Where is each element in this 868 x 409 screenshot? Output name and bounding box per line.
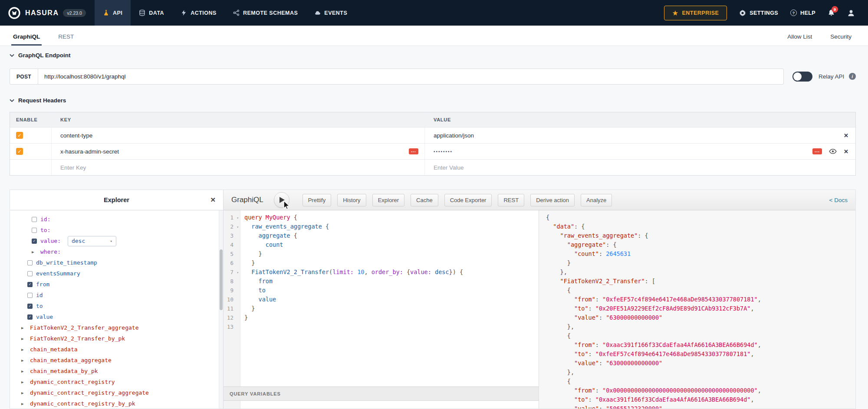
caret-right-icon[interactable]: ▶ (21, 380, 26, 384)
caret-right-icon[interactable]: ▶ (21, 369, 26, 373)
response-panel: { "data": { "raw_events_aggregate": { "a… (539, 210, 855, 409)
fold-icon[interactable]: ▾ (237, 268, 239, 277)
request-headers-section-header[interactable]: Request Headers (10, 97, 66, 104)
relay-api-toggle[interactable] (792, 72, 812, 82)
explorer-item-chain_metadata_aggregate[interactable]: ▶chain_metadata_aggregate (10, 355, 219, 366)
user-menu-button[interactable] (847, 9, 855, 17)
explorer-item-label: to (36, 303, 43, 309)
caret-right-icon[interactable]: ▶ (21, 402, 26, 406)
fold-icon[interactable]: ▾ (237, 222, 239, 232)
response-line: "data": { (546, 222, 855, 231)
derive-action-button[interactable]: Derive action (530, 194, 575, 206)
tab-graphiql[interactable]: GraphiQL (11, 33, 42, 46)
explorer-item-value[interactable]: ✓value:desc▾ (10, 236, 219, 246)
explorer-item-label: chain_metadata_aggregate (30, 357, 112, 363)
header-key[interactable]: content-type (60, 132, 92, 139)
caret-right-icon[interactable]: ▶ (21, 337, 26, 341)
history-button[interactable]: History (337, 194, 366, 206)
explorer-checkbox[interactable] (32, 228, 37, 233)
explorer-item-to[interactable]: to: (10, 225, 219, 236)
header-enable-checkbox[interactable]: ✓ (16, 132, 23, 139)
remove-header-button[interactable]: ✕ (844, 149, 848, 154)
code-exporter-button[interactable]: Code Exporter (444, 194, 492, 206)
rest-button[interactable]: REST (498, 194, 524, 206)
explorer-item-label: dynamic_contract_registry_by_pk (30, 400, 135, 407)
execute-query-button[interactable] (274, 192, 289, 208)
lightning-icon (181, 10, 187, 16)
eye-icon[interactable] (829, 147, 837, 155)
explorer-checkbox[interactable]: ✓ (27, 314, 33, 320)
query-variables-bar[interactable]: QUERY VARIABLES (224, 386, 539, 401)
endpoint-bar: POST http://localhost:8080/v1/graphql (10, 69, 784, 85)
help-button[interactable]: ? HELP (790, 10, 815, 16)
remove-header-button[interactable]: ✕ (844, 133, 848, 138)
allow-list-link[interactable]: Allow List (787, 33, 812, 40)
explorer-item-id[interactable]: id: (10, 214, 219, 225)
new-header-value-input[interactable]: Enter Value (434, 164, 464, 171)
header-value[interactable]: application/json (434, 132, 474, 139)
prettify-button[interactable]: Prettify (302, 194, 331, 206)
explorer-checkbox[interactable]: ✓ (27, 304, 33, 309)
explorer-scrollbar[interactable] (219, 210, 223, 409)
order-direction-select[interactable]: desc▾ (68, 236, 116, 246)
explorer-item-label: chain_metadata_by_pk (30, 368, 98, 374)
fold-icon[interactable]: ▾ (237, 213, 239, 222)
explorer-item-chain_metadata_by_pk[interactable]: ▶chain_metadata_by_pk (10, 366, 219, 376)
explorer-item-id[interactable]: id (10, 290, 219, 301)
info-icon[interactable]: i (849, 73, 856, 80)
explorer-checkbox[interactable]: ✓ (27, 282, 33, 287)
explorer-checkbox[interactable]: ✓ (32, 239, 37, 244)
explorer-item-where[interactable]: ▶where: (10, 246, 219, 257)
explorer-tree[interactable]: id:to:✓value:desc▾▶where:db_write_timest… (10, 210, 219, 409)
explorer-item-chain_metadata[interactable]: ▶chain_metadata (10, 344, 219, 355)
code-line: FiatTokenV2_2_Transfer(limit: 10, order_… (244, 268, 539, 277)
response-line: "to": "0xaac391f166f33CdaEfaa4AfA6616A3B… (546, 395, 855, 404)
scrollbar-thumb[interactable] (220, 249, 223, 310)
header-key[interactable]: x-hasura-admin-secret (60, 148, 119, 155)
nav-item-remote-schemas[interactable]: REMOTE SCHEMAS (225, 0, 306, 26)
explorer-item-db_write_timestamp[interactable]: db_write_timestamp (10, 257, 219, 268)
header-enable-checkbox[interactable]: ✓ (16, 148, 23, 155)
explorer-item-dynamic_contract_registry[interactable]: ▶dynamic_contract_registry (10, 376, 219, 387)
nav-item-api[interactable]: API (95, 0, 131, 26)
explorer-item-value[interactable]: ✓value (10, 311, 219, 322)
endpoint-section-header[interactable]: GraphQL Endpoint (10, 52, 71, 59)
explorer-checkbox[interactable] (27, 271, 33, 276)
explorer-item-FiatTokenV2_2_Transfer_aggregate[interactable]: ▶FiatTokenV2_2_Transfer_aggregate (10, 322, 219, 333)
cache-button[interactable]: Cache (411, 194, 438, 206)
header-value-masked[interactable]: •••••••• (434, 149, 453, 154)
enterprise-button[interactable]: ★ ENTERPRISE (664, 6, 727, 20)
security-link[interactable]: Security (830, 33, 852, 40)
caret-right-icon[interactable]: ▶ (21, 391, 26, 395)
caret-right-icon[interactable]: ▶ (21, 347, 26, 352)
graphql-endpoint-url[interactable]: http://localhost:8080/v1/graphql (38, 69, 783, 84)
nav-item-events[interactable]: EVENTS (306, 0, 355, 26)
explorer-item-to[interactable]: ✓to (10, 301, 219, 311)
explorer-item-FiatTokenV2_2_Transfer_by_pk[interactable]: ▶FiatTokenV2_2_Transfer_by_pk (10, 333, 219, 344)
nav-item-data[interactable]: DATA (131, 0, 172, 26)
close-icon[interactable]: ✕ (210, 196, 216, 204)
explorer-checkbox[interactable] (27, 293, 33, 298)
brand[interactable]: HASURA v2.23.0 (0, 0, 95, 26)
caret-right-icon[interactable]: ▶ (21, 326, 26, 330)
code-line: from (244, 277, 539, 286)
nav-item-actions[interactable]: ACTIONS (172, 0, 225, 26)
explorer-checkbox[interactable] (32, 217, 37, 222)
explorer-checkbox[interactable] (27, 260, 33, 265)
user-icon (847, 9, 855, 17)
line-number: 1▾ (224, 213, 240, 222)
analyze-button[interactable]: Analyze (581, 194, 612, 206)
settings-button[interactable]: SETTINGS (739, 10, 778, 16)
caret-right-icon[interactable]: ▶ (32, 250, 37, 254)
docs-link[interactable]: < Docs (829, 197, 848, 203)
explorer-item-dynamic_contract_registry_by_pk[interactable]: ▶dynamic_contract_registry_by_pk (10, 398, 219, 409)
tab-rest[interactable]: REST (56, 33, 76, 46)
explorer-item-from[interactable]: ✓from (10, 279, 219, 290)
explorer-item-eventsSummary[interactable]: eventsSummary (10, 268, 219, 279)
explorer-button[interactable]: Explorer (372, 194, 404, 206)
new-header-key-input[interactable]: Enter Key (60, 164, 86, 171)
caret-right-icon[interactable]: ▶ (21, 358, 26, 363)
explorer-item-dynamic_contract_registry_aggregate[interactable]: ▶dynamic_contract_registry_aggregate (10, 387, 219, 398)
notifications-button[interactable]: 9 (828, 9, 835, 16)
query-editor[interactable]: 1▾2▾34567▾8910111213 query MyQuery { raw… (224, 210, 539, 409)
